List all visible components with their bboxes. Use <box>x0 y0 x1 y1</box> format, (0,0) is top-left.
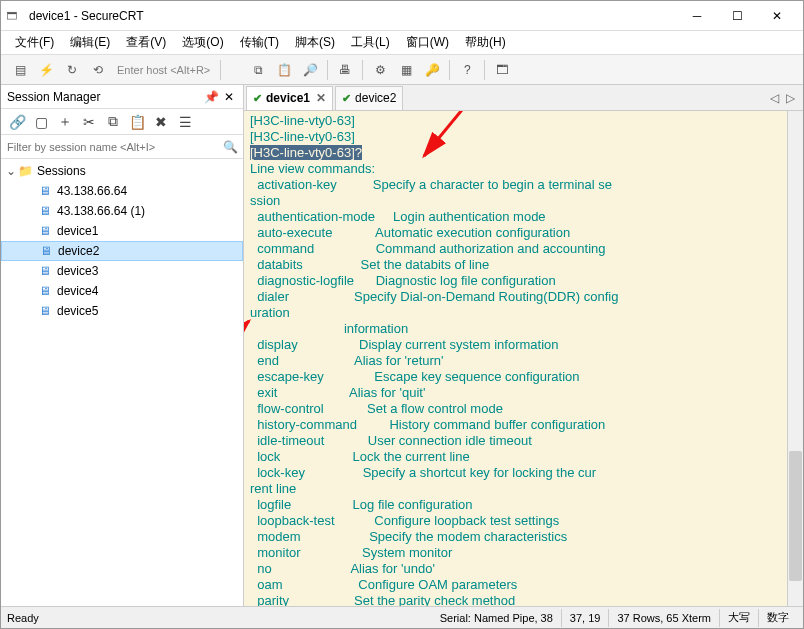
connected-icon: ✔ <box>253 92 262 105</box>
terminal-icon: 🖥 <box>37 183 53 199</box>
terminal-icon: 🖥 <box>37 303 53 319</box>
settings-icon[interactable]: ⚙ <box>369 59 391 81</box>
menu-view[interactable]: 查看(V) <box>118 32 174 53</box>
reconnect-all-icon[interactable]: ⟲ <box>87 59 109 81</box>
panel-close-icon[interactable]: ✕ <box>221 89 237 105</box>
search-icon[interactable]: 🔍 <box>221 138 239 156</box>
toolbar-sep <box>484 60 485 80</box>
session-item-label: device4 <box>57 284 98 298</box>
tree-root[interactable]: ⌄ 📁 Sessions <box>1 161 243 181</box>
tab-label: device1 <box>266 91 310 105</box>
session-item[interactable]: 🖥43.138.66.64 (1) <box>1 201 243 221</box>
terminal-area: ✔device1✕✔device2 ◁ ▷ [H3C-line-vty0-63]… <box>244 85 803 606</box>
paste-icon[interactable]: 📋 <box>273 59 295 81</box>
toolbar-sep <box>327 60 328 80</box>
status-caps: 大写 <box>720 609 759 627</box>
menu-edit[interactable]: 编辑(E) <box>62 32 118 53</box>
titlebar: device1 - SecureCRT ─ ☐ ✕ <box>1 1 803 31</box>
session-options-icon[interactable]: ▦ <box>395 59 417 81</box>
session-item[interactable]: 🖥device4 <box>1 281 243 301</box>
main-area: Session Manager 📌 ✕ 🔗 ▢ ＋ ✂ ⧉ 📋 ✖ ☰ 🔍 ⌄ … <box>1 85 803 606</box>
key-icon[interactable]: 🔑 <box>421 59 443 81</box>
scrollbar-thumb[interactable] <box>789 451 802 581</box>
terminal-icon: 🖥 <box>37 283 53 299</box>
add-icon[interactable]: ＋ <box>55 112 75 132</box>
session-item[interactable]: 🖥43.138.66.64 <box>1 181 243 201</box>
toolbar: ▤ ⚡ ↻ ⟲ Enter host <Alt+R> ⧉ 📋 🔎 🖶 ⚙ ▦ 🔑… <box>1 55 803 85</box>
new-session-icon[interactable]: ▢ <box>31 112 51 132</box>
session-manager-panel: Session Manager 📌 ✕ 🔗 ▢ ＋ ✂ ⧉ 📋 ✖ ☰ 🔍 ⌄ … <box>1 85 244 606</box>
tab-prev-icon[interactable]: ◁ <box>767 91 781 105</box>
menu-tools[interactable]: 工具(L) <box>343 32 398 53</box>
toolbar-sep <box>449 60 450 80</box>
session-item[interactable]: 🖥device1 <box>1 221 243 241</box>
quick-connect-icon[interactable]: ⚡ <box>35 59 57 81</box>
terminal-icon: 🖥 <box>37 263 53 279</box>
session-item[interactable]: 🖥device5 <box>1 301 243 321</box>
session-tree: ⌄ 📁 Sessions 🖥43.138.66.64🖥43.138.66.64 … <box>1 159 243 606</box>
tree-root-label: Sessions <box>37 164 86 178</box>
app-icon <box>7 8 23 24</box>
menu-options[interactable]: 选项(O) <box>174 32 231 53</box>
status-num: 数字 <box>759 609 797 627</box>
terminal-output[interactable]: [H3C-line-vty0-63] [H3C-line-vty0-63] [H… <box>244 111 787 606</box>
terminal-icon: 🖥 <box>37 203 53 219</box>
properties-icon[interactable]: ☰ <box>175 112 195 132</box>
menu-script[interactable]: 脚本(S) <box>287 32 343 53</box>
terminal-icon: 🖥 <box>37 223 53 239</box>
pin-icon[interactable]: 📌 <box>203 89 219 105</box>
menu-window[interactable]: 窗口(W) <box>398 32 457 53</box>
window-title: device1 - SecureCRT <box>29 9 677 23</box>
tab-label: device2 <box>355 91 396 105</box>
toolbar-sep <box>220 60 221 80</box>
print-icon[interactable]: 🖶 <box>334 59 356 81</box>
session-item-label: 43.138.66.64 (1) <box>57 204 145 218</box>
host-input[interactable]: Enter host <Alt+R> <box>111 64 216 76</box>
session-manager-title: Session Manager <box>7 90 100 104</box>
connected-icon: ✔ <box>342 92 351 105</box>
status-serial: Serial: Named Pipe, 38 <box>432 609 562 627</box>
minimize-button[interactable]: ─ <box>677 2 717 30</box>
session-item[interactable]: 🖥device2 <box>1 241 243 261</box>
help-icon[interactable]: ? <box>456 59 478 81</box>
reconnect-icon[interactable]: ↻ <box>61 59 83 81</box>
session-toolbar: 🔗 ▢ ＋ ✂ ⧉ 📋 ✖ ☰ <box>1 109 243 135</box>
tab[interactable]: ✔device1✕ <box>246 86 333 110</box>
tab-next-icon[interactable]: ▷ <box>783 91 797 105</box>
status-size: 37 Rows, 65 Xterm <box>609 609 720 627</box>
session-item-label: device2 <box>58 244 99 258</box>
tab-bar: ✔device1✕✔device2 ◁ ▷ <box>244 85 803 111</box>
toolbar-sep <box>362 60 363 80</box>
session-item-label: 43.138.66.64 <box>57 184 127 198</box>
paste-session-icon[interactable]: 📋 <box>127 112 147 132</box>
terminal-scrollbar[interactable] <box>787 111 803 606</box>
session-item-label: device5 <box>57 304 98 318</box>
folder-icon: 📁 <box>17 163 33 179</box>
session-manager-toggle-icon[interactable]: ▤ <box>9 59 31 81</box>
link-icon[interactable]: 🔗 <box>7 112 27 132</box>
copy-session-icon[interactable]: ⧉ <box>103 112 123 132</box>
terminal[interactable]: [H3C-line-vty0-63] [H3C-line-vty0-63] [H… <box>244 111 803 606</box>
securefx-icon[interactable]: 🗔 <box>491 59 513 81</box>
delete-icon[interactable]: ✖ <box>151 112 171 132</box>
status-ready: Ready <box>7 612 432 624</box>
maximize-button[interactable]: ☐ <box>717 2 757 30</box>
menu-file[interactable]: 文件(F) <box>7 32 62 53</box>
terminal-icon: 🖥 <box>38 243 54 259</box>
session-filter-input[interactable] <box>5 139 221 155</box>
status-position: 37, 19 <box>562 609 610 627</box>
menu-help[interactable]: 帮助(H) <box>457 32 514 53</box>
session-item-label: device1 <box>57 224 98 238</box>
collapse-icon[interactable]: ⌄ <box>5 164 17 178</box>
close-button[interactable]: ✕ <box>757 2 797 30</box>
menu-transfer[interactable]: 传输(T) <box>232 32 287 53</box>
tab[interactable]: ✔device2 <box>335 86 403 110</box>
tab-close-icon[interactable]: ✕ <box>316 91 326 105</box>
cut-icon[interactable]: ✂ <box>79 112 99 132</box>
find-icon[interactable]: 🔎 <box>299 59 321 81</box>
statusbar: Ready Serial: Named Pipe, 38 37, 19 37 R… <box>1 606 803 628</box>
copy-icon[interactable]: ⧉ <box>247 59 269 81</box>
session-item[interactable]: 🖥device3 <box>1 261 243 281</box>
session-item-label: device3 <box>57 264 98 278</box>
svg-rect-1 <box>8 12 17 14</box>
